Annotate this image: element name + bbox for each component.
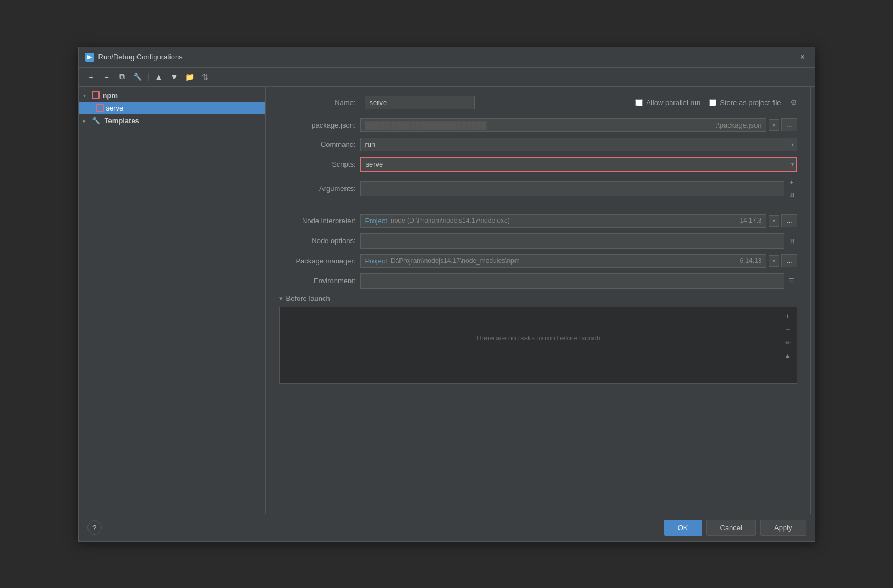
command-label: Command: [279,140,356,149]
environment-input[interactable] [360,273,784,289]
help-button[interactable]: ? [87,520,102,535]
node-interpreter-dropdown[interactable]: ▾ [769,215,779,227]
node-interpreter-label: Node interpreter: [279,217,356,225]
before-launch-edit-button[interactable]: ✏ [782,337,793,348]
bottom-bar: ? OK Cancel Apply [79,514,815,541]
package-json-row: package.json: ████████████████████████ :… [279,118,797,132]
sort-button[interactable]: ⇅ [199,71,211,83]
folder-icon: 📁 [185,73,194,81]
run-debug-dialog: ▶ Run/Debug Configurations × + − ⧉ 🔧 ▲ ▼… [78,47,815,542]
node-options-row: Node options: ⊞ [279,233,797,249]
package-manager-browse-button[interactable]: ... [781,254,797,267]
node-options-buttons: ⊞ [786,235,797,246]
package-json-value-container: ████████████████████████ :\package.json … [360,118,797,132]
before-launch-label: Before launch [286,294,330,303]
package-manager-dropdown[interactable]: ▾ [769,255,779,267]
package-manager-project: Project [365,257,387,265]
before-launch-remove-button[interactable]: − [782,324,793,335]
before-launch-empty-text: There are no tasks to run before launch [284,312,792,364]
environment-row: Environment: ☰ [279,273,797,289]
move-down-button[interactable]: ▼ [168,71,180,83]
before-launch-toolbar: + − ✏ ▲ [782,311,793,361]
wrench-icon: 🔧 [133,73,142,81]
before-launch-add-button[interactable]: + [782,311,793,322]
arguments-buttons: + ⊞ [786,177,797,200]
command-row: Command: run ▾ [279,138,797,151]
scripts-row: Scripts: serve ▾ [279,157,797,172]
apply-button[interactable]: Apply [760,520,806,536]
node-interpreter-project: Project [365,217,387,225]
before-launch-up-button[interactable]: ▲ [782,350,793,361]
package-json-dropdown[interactable]: ▾ [769,119,779,131]
name-input[interactable] [365,96,475,109]
scripts-select[interactable]: serve [360,157,797,172]
npm-group: ▾ npm serve [79,89,265,114]
arguments-add-button[interactable]: + [786,177,797,188]
project-settings-button[interactable]: ⚙ [790,98,797,107]
cancel-button[interactable]: Cancel [706,520,756,536]
templates-chevron-icon: ▸ [83,118,90,124]
copy-icon: ⧉ [119,72,125,81]
sort-icon: ⇅ [202,73,209,81]
config-header-right: Allow parallel run Store as project file… [635,98,797,107]
npm-group-label: npm [103,91,118,100]
vertical-scrollbar[interactable] [810,87,815,514]
package-json-display: ████████████████████████ :\package.json [360,118,767,132]
store-as-project-label[interactable]: Store as project file [709,98,781,107]
node-options-input[interactable] [360,233,784,249]
arguments-row: Arguments: + ⊞ [279,177,797,200]
ok-button[interactable]: OK [664,520,702,536]
package-manager-display: Project D:\Projram\nodejs14.17\node_modu… [360,254,767,268]
arguments-input[interactable] [360,181,784,196]
move-up-button[interactable]: ▲ [153,71,165,83]
separator-1 [148,73,149,81]
toolbar: + − ⧉ 🔧 ▲ ▼ 📁 ⇅ [79,68,815,87]
allow-parallel-checkbox[interactable] [635,99,643,106]
title-bar: ▶ Run/Debug Configurations × [79,47,815,68]
package-manager-container: Project D:\Projram\nodejs14.17\node_modu… [360,254,797,268]
store-as-project-text: Store as project file [720,98,781,107]
before-launch-section: ▾ Before launch + − ✏ ▲ There are no tas… [279,294,797,384]
package-manager-label: Package manager: [279,257,356,265]
name-label: Name: [279,98,356,107]
title-bar-left: ▶ Run/Debug Configurations [85,53,183,62]
scripts-container: serve ▾ [360,157,797,172]
environment-edit-button[interactable]: ☰ [786,276,797,287]
scripts-label: Scripts: [279,160,356,168]
node-interpreter-path: node (D:\Projram\nodejs14.17\node.exe) [391,217,510,224]
remove-config-button[interactable]: − [101,71,113,83]
down-arrow-icon: ▼ [171,73,178,81]
sidebar: ▾ npm serve ▸ 🔧 Templates [79,87,266,514]
command-select[interactable]: run [360,138,797,151]
config-panel: Name: Allow parallel run Store as projec… [266,87,810,514]
add-config-button[interactable]: + [85,71,97,83]
node-interpreter-container: Project node (D:\Projram\nodejs14.17\nod… [360,214,797,228]
store-as-project-checkbox[interactable] [709,99,716,106]
allow-parallel-label[interactable]: Allow parallel run [635,98,700,107]
package-json-suffix: :\package.json [716,121,762,129]
templates-header[interactable]: ▸ 🔧 Templates [79,114,265,127]
node-options-label: Node options: [279,237,356,245]
arguments-label: Arguments: [279,184,356,193]
app-icon: ▶ [85,53,94,62]
arguments-expand-button[interactable]: ⊞ [786,189,797,200]
settings-config-button[interactable]: 🔧 [132,71,144,83]
node-interpreter-row: Node interpreter: Project node (D:\Projr… [279,214,797,228]
npm-group-header[interactable]: ▾ npm [79,89,265,102]
up-arrow-icon: ▲ [155,73,163,81]
templates-label: Templates [105,117,139,125]
node-options-expand-button[interactable]: ⊞ [786,235,797,246]
copy-config-button[interactable]: ⧉ [116,71,128,83]
before-launch-chevron-icon: ▾ [279,294,283,303]
close-button[interactable]: × [797,52,808,63]
package-manager-version: 6.14.13 [739,257,761,265]
sidebar-item-serve[interactable]: serve [79,102,265,114]
node-interpreter-browse-button[interactable]: ... [781,214,797,227]
package-json-browse-button[interactable]: ... [781,118,797,131]
folder-button[interactable]: 📁 [184,71,196,83]
scripts-select-wrapper: serve ▾ [360,157,797,172]
npm-chevron-icon: ▾ [83,92,90,98]
package-manager-path: D:\Projram\nodejs14.17\node_modules\npm [391,257,520,265]
node-interpreter-display: Project node (D:\Projram\nodejs14.17\nod… [360,214,767,228]
serve-item-label: serve [106,104,124,112]
